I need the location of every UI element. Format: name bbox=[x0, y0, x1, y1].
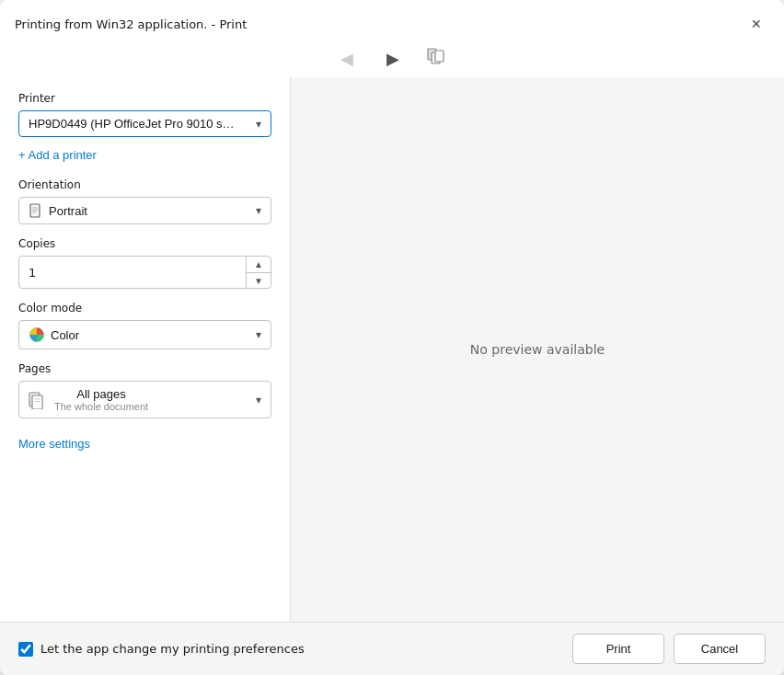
pages-select[interactable]: All pages The whole document ▾ bbox=[18, 381, 271, 418]
more-settings-label: More settings bbox=[18, 437, 90, 451]
printer-label: Printer bbox=[18, 92, 271, 105]
svg-rect-2 bbox=[435, 51, 444, 62]
pages-selected-value: All pages bbox=[54, 387, 148, 401]
orientation-select[interactable]: Portrait ▾ bbox=[18, 197, 271, 224]
color-mode-icon bbox=[29, 326, 45, 343]
title-bar: Printing from Win32 application. - Print… bbox=[0, 0, 784, 44]
orientation-selected-value: Portrait bbox=[49, 204, 87, 218]
pages-sub-label: The whole document bbox=[54, 401, 148, 412]
portrait-doc-icon bbox=[29, 203, 43, 218]
copies-value: 1 bbox=[19, 260, 246, 285]
main-content: Printer HP9D0449 (HP OfficeJet Pro 9010 … bbox=[0, 77, 784, 622]
copies-decrement-button[interactable]: ▼ bbox=[247, 272, 271, 288]
dialog-title: Printing from Win32 application. - Print bbox=[15, 17, 247, 31]
color-mode-selected-value: Color bbox=[51, 328, 79, 342]
prev-page-button[interactable]: ◀ bbox=[335, 49, 359, 69]
close-button[interactable]: ✕ bbox=[744, 11, 769, 37]
app-preferences-checkbox-label[interactable]: Let the app change my printing preferenc… bbox=[18, 642, 561, 657]
cancel-button-label: Cancel bbox=[701, 642, 738, 656]
printer-chevron-icon: ▾ bbox=[256, 118, 261, 131]
more-settings-button[interactable]: More settings bbox=[18, 433, 271, 454]
printer-selected-value: HP9D0449 (HP OfficeJet Pro 9010 s… bbox=[29, 117, 235, 131]
copies-increment-button[interactable]: ▲ bbox=[247, 257, 271, 272]
footer: Let the app change my printing preferenc… bbox=[0, 622, 784, 675]
next-page-button[interactable]: ▶ bbox=[381, 49, 405, 69]
pages-text-group: All pages The whole document bbox=[54, 387, 148, 412]
copies-field: 1 ▲ ▼ bbox=[18, 256, 271, 289]
print-button-label: Print bbox=[606, 642, 631, 656]
add-printer-button[interactable]: + Add a printer bbox=[18, 144, 271, 166]
print-dialog: Printing from Win32 application. - Print… bbox=[0, 0, 784, 675]
print-button[interactable]: Print bbox=[572, 634, 664, 664]
orientation-label: Orientation bbox=[18, 178, 271, 191]
left-panel: Printer HP9D0449 (HP OfficeJet Pro 9010 … bbox=[0, 77, 290, 622]
pages-icon bbox=[29, 391, 47, 409]
svg-rect-9 bbox=[32, 395, 42, 409]
color-mode-label: Color mode bbox=[18, 302, 271, 315]
pages-label: Pages bbox=[18, 362, 271, 375]
color-mode-select[interactable]: Color ▾ bbox=[18, 320, 271, 349]
footer-buttons: Print Cancel bbox=[572, 634, 766, 664]
pages-chevron-icon: ▾ bbox=[256, 394, 261, 406]
app-preferences-label: Let the app change my printing preferenc… bbox=[40, 642, 305, 656]
add-printer-label: + Add a printer bbox=[18, 148, 97, 162]
orientation-chevron-icon: ▾ bbox=[256, 204, 261, 217]
no-preview-text: No preview available bbox=[470, 342, 605, 357]
copies-label: Copies bbox=[18, 237, 271, 250]
preview-panel: No preview available bbox=[290, 77, 784, 622]
nav-bar: ◀ ▶ bbox=[0, 44, 784, 77]
copies-spinners: ▲ ▼ bbox=[246, 257, 271, 288]
printer-select[interactable]: HP9D0449 (HP OfficeJet Pro 9010 s… ▾ bbox=[18, 110, 271, 137]
app-preferences-checkbox[interactable] bbox=[18, 642, 33, 657]
pages-layout-icon bbox=[427, 48, 449, 70]
color-mode-chevron-icon: ▾ bbox=[256, 328, 261, 341]
cancel-button[interactable]: Cancel bbox=[674, 634, 766, 664]
